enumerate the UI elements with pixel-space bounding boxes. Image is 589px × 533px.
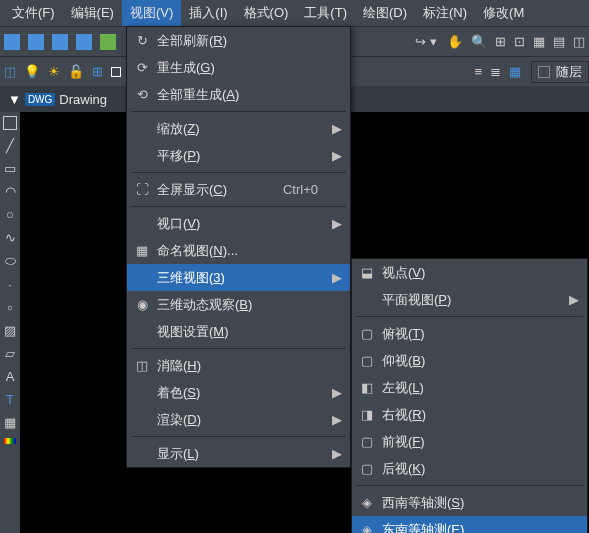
sun-icon[interactable]: ☀ (48, 64, 60, 79)
view-menu-item-12[interactable]: ◉三维动态观察(B) (127, 291, 350, 318)
grid2-icon[interactable]: ▤ (553, 34, 565, 49)
view-menu-item-2[interactable]: ⟲全部重生成(A) (127, 81, 350, 108)
mtext-icon[interactable]: T (6, 392, 14, 407)
menu-format[interactable]: 格式(O) (236, 0, 297, 26)
submenu-arrow-icon: ▶ (332, 446, 342, 461)
menu-icon: ◨ (352, 407, 382, 422)
hatch-icon[interactable]: ▨ (4, 323, 16, 338)
open-icon[interactable] (28, 34, 44, 50)
collapse-icon[interactable]: ▼ (8, 92, 21, 107)
arc-icon[interactable]: ◠ (5, 184, 16, 199)
menu-insert[interactable]: 插入(I) (181, 0, 235, 26)
view-menu-item-4[interactable]: 缩放(Z)▶ (127, 115, 350, 142)
3dview-item-1[interactable]: 平面视图(P)▶ (352, 286, 587, 313)
3dview-item-8[interactable]: ▢后视(K) (352, 455, 587, 482)
menu-label: 视口(V) (157, 215, 326, 233)
menu-icon: ◧ (352, 380, 382, 395)
print-icon[interactable]: ⊞ (92, 64, 103, 79)
menu-modify[interactable]: 修改(M (475, 0, 532, 26)
view-menu-item-13[interactable]: 视图设置(M) (127, 318, 350, 345)
ltype-icon[interactable]: ≡ (474, 64, 482, 79)
lock-icon[interactable]: 🔓 (68, 64, 84, 79)
menu-icon: ▢ (352, 434, 382, 449)
3dview-item-11[interactable]: ◈东南等轴测(E) (352, 516, 587, 533)
ellipse-icon[interactable]: ⬭ (5, 253, 16, 269)
menu-icon: ▢ (352, 326, 382, 341)
menu-icon: ▢ (352, 353, 382, 368)
view-menu-item-17[interactable]: 渲染(D)▶ (127, 406, 350, 433)
view-menu-item-7[interactable]: ⛶全屏显示(C)Ctrl+0 (127, 176, 350, 203)
3dview-item-4[interactable]: ▢仰视(B) (352, 347, 587, 374)
block-icon[interactable]: ▫ (8, 300, 13, 315)
menu-file[interactable]: 文件(F) (4, 0, 63, 26)
spline-icon[interactable]: ∿ (5, 230, 16, 245)
ltype3-icon[interactable]: ▦ (509, 64, 521, 79)
submenu-arrow-icon: ▶ (332, 148, 342, 163)
view-menu-item-15[interactable]: ◫消隐(H) (127, 352, 350, 379)
submenu-arrow-icon: ▶ (332, 121, 342, 136)
circle-icon[interactable]: ○ (6, 207, 14, 222)
layer-icon[interactable]: ◫ (4, 64, 16, 79)
layer-combo[interactable]: 随层 (531, 61, 589, 83)
line-icon[interactable] (3, 116, 17, 130)
point-icon[interactable]: · (8, 277, 12, 292)
menu-draw[interactable]: 绘图(D) (355, 0, 415, 26)
tool-icon[interactable] (100, 34, 116, 50)
menu-accel: Ctrl+0 (283, 182, 326, 197)
menu-label: 全屏显示(C) (157, 181, 283, 199)
menu-icon: ⬓ (352, 265, 382, 280)
new-icon[interactable] (4, 34, 20, 50)
table-icon[interactable]: ▦ (4, 415, 16, 430)
pan-icon[interactable]: ✋ (447, 34, 463, 49)
3dview-item-3[interactable]: ▢俯视(T) (352, 320, 587, 347)
view-menu-item-0[interactable]: ↻全部刷新(R) (127, 27, 350, 54)
menu-label: 全部刷新(R) (157, 32, 326, 50)
view-menu-item-11[interactable]: 三维视图(3)▶ (127, 264, 350, 291)
menu-icon: ◈ (352, 522, 382, 533)
menu-label: 命名视图(N)... (157, 242, 326, 260)
layout-icon[interactable]: ◫ (573, 34, 585, 49)
3dview-item-7[interactable]: ▢前视(F) (352, 428, 587, 455)
view-menu-item-9[interactable]: 视口(V)▶ (127, 210, 350, 237)
menu-label: 三维视图(3) (157, 269, 326, 287)
menu-view[interactable]: 视图(V) (122, 0, 181, 26)
grid-icon[interactable]: ▦ (533, 34, 545, 49)
menu-label: 右视(R) (382, 406, 563, 424)
menu-label: 西南等轴测(S) (382, 494, 563, 512)
saveas-icon[interactable] (76, 34, 92, 50)
menubar: 文件(F) 编辑(E) 视图(V) 插入(I) 格式(O) 工具(T) 绘图(D… (0, 0, 589, 26)
menu-label: 三维动态观察(B) (157, 296, 326, 314)
zoom2-icon[interactable]: ⊞ (495, 34, 506, 49)
view-menu-item-10[interactable]: ▦命名视图(N)... (127, 237, 350, 264)
color-icon[interactable] (111, 67, 121, 77)
save-icon[interactable] (52, 34, 68, 50)
zoom3-icon[interactable]: ⊡ (514, 34, 525, 49)
view-menu-item-19[interactable]: 显示(L)▶ (127, 440, 350, 467)
menu-tools[interactable]: 工具(T) (296, 0, 355, 26)
zoom-icon[interactable]: 🔍 (471, 34, 487, 49)
3dview-item-6[interactable]: ◨右视(R) (352, 401, 587, 428)
bulb-icon[interactable]: 💡 (24, 64, 40, 79)
gradient-icon[interactable] (4, 438, 16, 444)
3dview-item-0[interactable]: ⬓视点(V) (352, 259, 587, 286)
3dview-item-5[interactable]: ◧左视(L) (352, 374, 587, 401)
3dview-item-10[interactable]: ◈西南等轴测(S) (352, 489, 587, 516)
menu-dim[interactable]: 标注(N) (415, 0, 475, 26)
rect-icon[interactable]: ▭ (4, 161, 16, 176)
view-menu-item-16[interactable]: 着色(S)▶ (127, 379, 350, 406)
menu-label: 前视(F) (382, 433, 563, 451)
polyline-icon[interactable]: ╱ (6, 138, 14, 153)
view-menu: ↻全部刷新(R)⟳重生成(G)⟲全部重生成(A)缩放(Z)▶平移(P)▶⛶全屏显… (126, 26, 351, 468)
region-icon[interactable]: ▱ (5, 346, 15, 361)
menu-edit[interactable]: 编辑(E) (63, 0, 122, 26)
ltype2-icon[interactable]: ≣ (490, 64, 501, 79)
arrow-icon[interactable]: ↪ ▾ (415, 34, 437, 49)
menu-label: 缩放(Z) (157, 120, 326, 138)
text-icon[interactable]: A (6, 369, 15, 384)
layer-name: 随层 (556, 63, 582, 81)
view-menu-item-5[interactable]: 平移(P)▶ (127, 142, 350, 169)
tab-name[interactable]: Drawing (59, 92, 107, 107)
menu-label: 俯视(T) (382, 325, 563, 343)
submenu-arrow-icon: ▶ (332, 412, 342, 427)
view-menu-item-1[interactable]: ⟳重生成(G) (127, 54, 350, 81)
